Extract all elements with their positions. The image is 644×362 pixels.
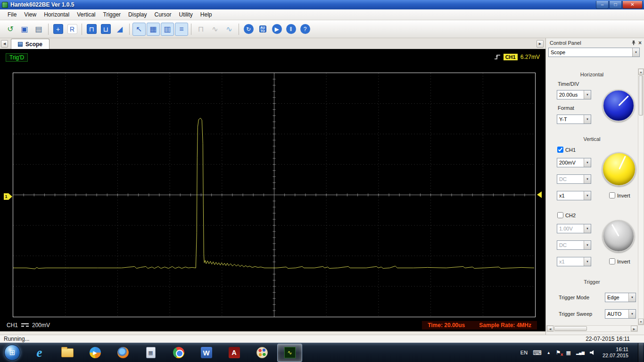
action-center-icon[interactable]: ⚑ (556, 349, 561, 356)
show-desktop-button[interactable] (638, 343, 643, 362)
taskbar-app-windows-explorer[interactable] (55, 344, 80, 362)
menu-trigger[interactable]: Trigger (99, 10, 125, 19)
open-file-icon[interactable]: ↺ (4, 23, 17, 36)
status-datetime: 22-07-2015 16:11 (586, 336, 630, 342)
firefox-icon (117, 347, 129, 358)
trigger-sweep-select[interactable]: AUTO ▼ (605, 309, 636, 319)
trigger-level-marker[interactable] (537, 191, 542, 198)
volume-icon[interactable] (590, 350, 595, 355)
vertical-scroll-thumb[interactable] (639, 75, 643, 115)
menu-help[interactable]: Help (197, 10, 216, 19)
ch1-coupling-select[interactable]: DC ▼ (557, 174, 591, 184)
ramp-icon[interactable]: ◢ (113, 23, 126, 36)
ch1-volts-value: 200mV (557, 158, 584, 167)
ch1-volts-select[interactable]: 200mV ▼ (557, 158, 591, 167)
paint-icon (256, 347, 268, 358)
pulse-low-icon[interactable]: ⊔ (99, 23, 112, 36)
grid-icon[interactable]: ▦ (147, 23, 160, 36)
format-select[interactable]: Y-T ▼ (557, 115, 591, 124)
print-icon[interactable]: ▤ (32, 23, 45, 36)
horizontal-cursor-icon[interactable]: ≡ (175, 23, 188, 36)
scroll-up-button[interactable]: ▲ (638, 69, 644, 75)
ch1-invert-label: Invert (617, 193, 630, 198)
panel-vertical-scrollbar[interactable]: ▲ ▼ (638, 68, 644, 325)
chevron-down-icon: ▼ (584, 175, 591, 183)
panel-mode-select[interactable]: Scope ▼ (548, 48, 640, 57)
minimize-button[interactable]: – (596, 1, 609, 9)
taskbar-app-calculator[interactable]: ▦ (138, 344, 163, 362)
network-icon[interactable]: ▦ (566, 350, 571, 356)
taskbar-app-media-player[interactable]: ▶ (83, 344, 107, 362)
taskbar-app-chrome[interactable] (166, 344, 191, 362)
menu-file[interactable]: File (4, 10, 20, 19)
time-div-select[interactable]: 20.00us ▼ (557, 90, 591, 99)
menu-cursor[interactable]: Cursor (150, 10, 175, 19)
ch1-position-knob[interactable] (602, 152, 636, 186)
taskbar-app-word[interactable]: W (194, 344, 219, 362)
channel1-marker-label: 1 (4, 193, 8, 200)
channel1-position-marker[interactable]: 1 (4, 193, 12, 200)
ch1-enable[interactable]: CH1 (557, 147, 576, 153)
scroll-right-button[interactable]: ▶ (631, 326, 637, 331)
cursor-icon[interactable]: ↖ (132, 23, 146, 36)
tab-scroll-left-button[interactable]: ◀ (1, 40, 8, 48)
ch2-position-knob[interactable] (603, 220, 635, 252)
ch2-invert[interactable]: Invert (609, 258, 630, 264)
pin-icon[interactable] (631, 40, 636, 45)
save-icon[interactable]: ▣ (18, 23, 31, 36)
menu-horizontal[interactable]: Horizontal (40, 10, 73, 19)
taskbar-app-hantek-scope[interactable]: ∿ (277, 344, 302, 362)
taskbar-app-firefox[interactable] (110, 344, 135, 362)
taskbar-app-acrobat[interactable]: A (222, 344, 247, 362)
close-button[interactable]: ✕ (622, 1, 643, 9)
menu-vertical[interactable]: Vertical (73, 10, 99, 19)
menu-view[interactable]: View (20, 10, 40, 19)
ch2-checkbox[interactable] (557, 212, 563, 218)
autoset-icon-glyph: AU TO (259, 25, 266, 33)
horizontal-time-knob[interactable] (603, 90, 635, 122)
help-icon[interactable]: ? (298, 23, 312, 36)
scope-graticule (13, 73, 536, 317)
pause-icon[interactable]: ‖ (284, 23, 297, 36)
taskbar: ⊞ e▶▦WA∿ EN ⌨ ▲ ⚑ ▦ ▂▄▆ 16:11 22.07.2015 (0, 343, 644, 362)
taskbar-app-paint[interactable] (249, 344, 274, 362)
record-icon[interactable]: R (66, 23, 79, 36)
chevron-down-icon: ▼ (584, 115, 591, 123)
trigger-mode-select[interactable]: Edge ▼ (605, 293, 636, 302)
toolbar-separator (191, 24, 191, 35)
clock[interactable]: 16:11 22.07.2015 (603, 346, 628, 359)
scroll-left-button[interactable]: ◀ (547, 326, 553, 331)
ch2-invert-checkbox[interactable] (609, 258, 615, 264)
wave-math-icon[interactable]: ∿ (223, 23, 236, 36)
tab-scope[interactable]: Scope (11, 39, 50, 49)
panel-horizontal-scrollbar[interactable]: ◀ ▶ (546, 325, 638, 332)
ch2-enable[interactable]: CH2 (557, 212, 576, 218)
signal-icon[interactable]: ▂▄▆ (576, 351, 585, 355)
tab-scroll-right-button[interactable]: ▶ (537, 40, 544, 48)
vertical-cursor-icon[interactable]: ▥ (161, 23, 174, 36)
refresh-icon[interactable]: ↻ (242, 23, 255, 36)
ch1-checkbox[interactable] (557, 147, 563, 153)
maximize-button[interactable]: □ (609, 1, 622, 9)
ch1-label: CH1 (565, 147, 576, 153)
keyboard-icon[interactable]: ⌨ (533, 349, 542, 356)
ch1-invert[interactable]: Invert (609, 192, 630, 198)
ch2-coupling-select: DC ▼ (557, 240, 591, 250)
tab-label: Scope (25, 41, 42, 48)
language-indicator[interactable]: EN (520, 350, 528, 355)
start-button[interactable]: ⊞ (4, 345, 20, 361)
ch1-probe-select[interactable]: x1 ▼ (557, 191, 591, 200)
default-setting-icon[interactable]: + (51, 23, 65, 36)
taskbar-app-internet-explorer[interactable]: e (27, 344, 52, 362)
start-icon[interactable]: ▶ (270, 23, 283, 36)
acrobat-icon: A (229, 347, 240, 358)
scroll-down-button[interactable]: ▼ (638, 319, 644, 325)
horizontal-scroll-thumb[interactable] (554, 326, 587, 331)
control-panel-close-icon[interactable]: × (638, 40, 642, 46)
autoset-icon[interactable]: AU TO (256, 23, 269, 36)
menu-display[interactable]: Display (124, 10, 150, 19)
menu-utility[interactable]: Utility (175, 10, 196, 19)
pulse-high-icon[interactable]: ⊓ (85, 23, 98, 36)
hidden-icons-button[interactable]: ▲ (547, 351, 551, 355)
ch1-invert-checkbox[interactable] (609, 192, 615, 198)
